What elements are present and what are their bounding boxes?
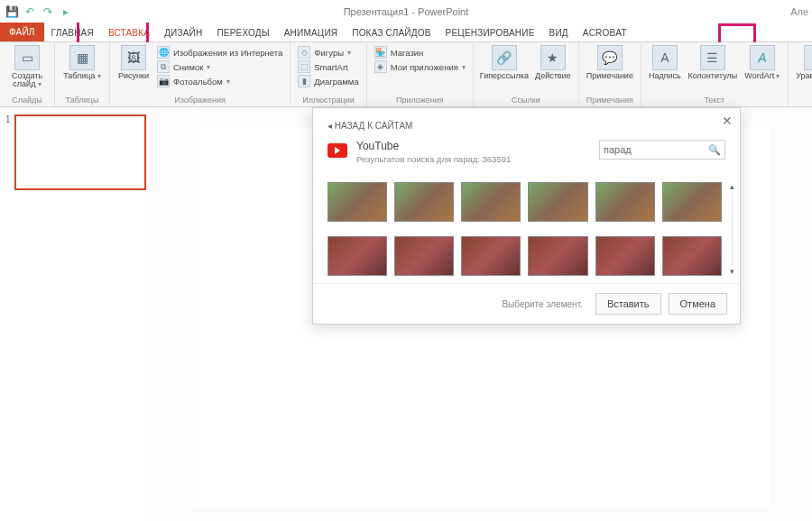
cancel-button[interactable]: Отмена (669, 293, 727, 315)
slide-number: 1 (5, 114, 11, 190)
hyperlink-icon: 🔗 (492, 45, 517, 70)
my-apps-button[interactable]: ◈Мои приложения (373, 59, 467, 74)
window-title: Презентация1 - PowerPoint (344, 6, 469, 17)
video-result-2[interactable] (394, 182, 454, 222)
comment-label: Примечание (586, 72, 633, 80)
photo-album-button[interactable]: 📷Фотоальбом (155, 74, 284, 88)
pictures-label: Рисунки (118, 72, 149, 80)
my-apps-label: Мои приложения (391, 62, 458, 72)
tab-view[interactable]: ВИД (542, 24, 576, 41)
video-result-12[interactable] (662, 236, 722, 276)
wordart-button[interactable]: A WordArt (743, 45, 782, 80)
tab-insert[interactable]: ВСТАВКА (101, 24, 157, 41)
screenshot-button[interactable]: ⧉Снимок (155, 59, 284, 74)
video-result-9[interactable] (461, 236, 521, 276)
header-footer-button[interactable]: ☰ Колонтитулы (687, 45, 739, 80)
group-illustrations-label: Иллюстрации (296, 96, 360, 105)
ribbon: ▭ Создать слайд Слайды ▦ Таблица Таблицы… (0, 42, 812, 107)
video-result-6[interactable] (662, 182, 722, 222)
results-scrollbar[interactable]: ▴ ▾ (727, 182, 736, 276)
smartart-label: SmartArt (314, 62, 347, 72)
start-slideshow-icon[interactable]: ▸ (60, 5, 72, 18)
group-symbols: π Уравнение Ω Символ Символы (789, 42, 812, 106)
wordart-label: WordArt (744, 72, 780, 80)
action-icon: ★ (540, 45, 566, 70)
group-apps-label: Приложения (373, 96, 467, 105)
scroll-up-icon[interactable]: ▴ (730, 182, 734, 191)
footer-hint: Выберите элемент. (502, 299, 582, 309)
photo-album-label: Фотоальбом (173, 77, 223, 87)
store-label: Магазин (391, 48, 424, 58)
tab-acrobat[interactable]: ACROBAT (576, 24, 634, 41)
table-icon: ▦ (69, 45, 95, 70)
video-result-7[interactable] (328, 236, 387, 276)
video-results-row-1 (313, 175, 740, 229)
scroll-down-icon[interactable]: ▾ (730, 267, 734, 276)
shapes-button[interactable]: ◇Фигуры (296, 45, 360, 59)
screenshot-icon: ⧉ (157, 60, 170, 73)
table-button[interactable]: ▦ Таблица (60, 45, 104, 80)
chart-icon: ▮ (298, 75, 310, 87)
video-result-5[interactable] (595, 182, 655, 222)
video-result-8[interactable] (394, 236, 454, 276)
video-result-10[interactable] (528, 236, 587, 276)
textbox-icon: A (652, 45, 678, 70)
new-slide-button[interactable]: ▭ Создать слайд (5, 45, 49, 89)
chart-button[interactable]: ▮Диаграмма (296, 74, 360, 88)
chart-label: Диаграмма (314, 77, 358, 87)
tab-animations[interactable]: АНИМАЦИЯ (277, 24, 346, 41)
redo-icon[interactable]: ↷ (42, 5, 54, 18)
shapes-icon: ◇ (298, 46, 310, 59)
online-pictures-button[interactable]: 🌐Изображения из Интернета (155, 45, 284, 59)
tab-file[interactable]: ФАЙЛ (0, 23, 44, 41)
quick-access-toolbar: 💾 ↶ ↷ ▸ (0, 5, 72, 18)
group-illustrations: ◇Фигуры ⬚SmartArt ▮Диаграмма Иллюстрации (291, 42, 366, 106)
group-comments: 💬 Примечание Примечания (579, 42, 641, 106)
back-to-sites-link[interactable]: НАЗАД К САЙТАМ (313, 108, 740, 134)
close-button[interactable]: ✕ (722, 114, 733, 128)
group-slides-label: Слайды (5, 96, 49, 105)
equation-button[interactable]: π Уравнение (794, 45, 812, 89)
hyperlink-button[interactable]: 🔗 Гиперссылка (479, 45, 530, 80)
youtube-icon (328, 143, 347, 158)
dialog-footer: Выберите элемент. Вставить Отмена (313, 283, 740, 324)
video-results-row-2 (313, 229, 740, 283)
comment-button[interactable]: 💬 Примечание (585, 45, 635, 80)
video-search-box[interactable]: 🔍 (599, 140, 725, 160)
smartart-button[interactable]: ⬚SmartArt (296, 59, 360, 74)
group-slides: ▭ Создать слайд Слайды (0, 42, 55, 106)
tab-design[interactable]: ДИЗАЙН (157, 24, 209, 41)
online-pictures-icon: 🌐 (157, 46, 170, 59)
textbox-button[interactable]: A Надпись (647, 45, 683, 80)
video-source-title: YouTube (356, 140, 511, 152)
tab-transitions[interactable]: ПЕРЕХОДЫ (209, 24, 276, 41)
slide-thumbnail-1[interactable] (14, 114, 146, 190)
video-result-4[interactable] (528, 182, 587, 222)
tab-slideshow[interactable]: ПОКАЗ СЛАЙДОВ (345, 24, 438, 41)
video-result-3[interactable] (461, 182, 521, 222)
undo-icon[interactable]: ↶ (23, 5, 36, 18)
tab-review[interactable]: РЕЦЕНЗИРОВАНИЕ (438, 24, 542, 41)
equation-label: Уравнение (794, 72, 812, 89)
equation-icon: π (804, 45, 812, 70)
action-button[interactable]: ★ Действие (533, 45, 573, 80)
save-icon[interactable]: 💾 (5, 5, 18, 18)
video-search-input[interactable] (604, 144, 708, 155)
insert-button[interactable]: Вставить (595, 293, 661, 315)
video-result-1[interactable] (328, 182, 387, 222)
shapes-label: Фигуры (314, 48, 344, 58)
pictures-button[interactable]: 🖼 Рисунки (115, 45, 152, 80)
tab-home[interactable]: ГЛАВНАЯ (44, 24, 101, 41)
title-bar: 💾 ↶ ↷ ▸ Презентация1 - PowerPoint Але (0, 0, 812, 23)
search-icon[interactable]: 🔍 (708, 144, 721, 156)
group-comments-label: Примечания (585, 96, 635, 105)
group-tables-label: Таблицы (60, 96, 104, 105)
group-links-label: Ссылки (479, 96, 573, 105)
pictures-icon: 🖼 (121, 45, 146, 70)
store-button[interactable]: 🏪Магазин (373, 45, 467, 59)
video-result-11[interactable] (595, 236, 655, 276)
scroll-track[interactable] (732, 193, 733, 265)
textbox-label: Надпись (649, 72, 681, 80)
group-tables: ▦ Таблица Таблицы (55, 42, 110, 106)
workspace: 1 ✕ НАЗАД К САЙТАМ YouTube Результатов п… (0, 107, 812, 521)
